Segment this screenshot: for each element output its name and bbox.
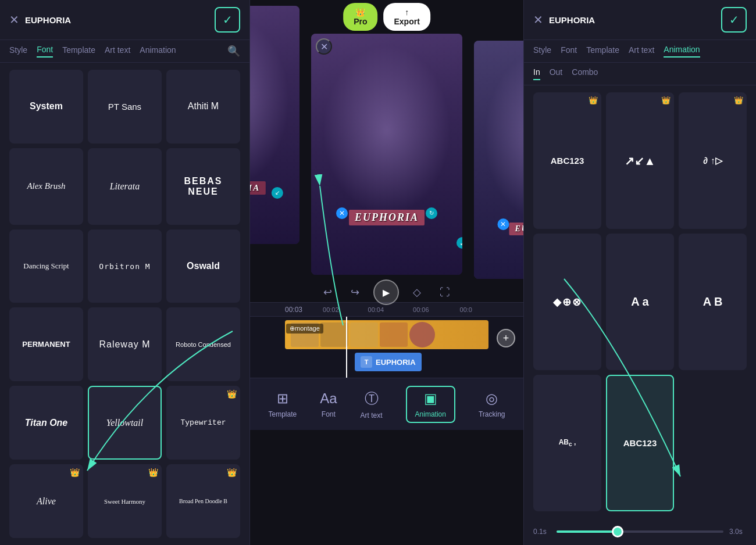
right-panel-close[interactable]: ✕ <box>533 13 543 27</box>
font-label-literata: Literata <box>110 181 140 192</box>
pro-button[interactable]: 👑 Pro <box>343 3 377 31</box>
font-label-yellowtail: Yellowtail <box>106 418 143 428</box>
font-item-oswald[interactable]: Oswald <box>166 230 240 303</box>
chip-label: EUPHORIA <box>376 358 416 367</box>
font-item-orbitron[interactable]: Orbitron M <box>88 230 162 303</box>
font-item-system[interactable]: System <box>9 70 83 144</box>
tab-combo[interactable]: Combo <box>572 67 598 80</box>
sweetharmony-crown-icon: 👑 <box>148 468 158 477</box>
left-panel-confirm[interactable]: ✓ <box>215 7 240 33</box>
fullscreen-btn[interactable]: ⛶ <box>435 284 455 301</box>
close-overlay-center[interactable]: ✕ <box>336 207 348 219</box>
chip-icon: T <box>361 356 372 368</box>
font-item-typewriter[interactable]: Typewriter 👑 <box>166 386 240 460</box>
toolbar-item-arttext[interactable]: Ⓣ Art text <box>361 389 383 419</box>
top-action-buttons: 👑 Pro ↑ Export <box>343 3 430 31</box>
font-item-broadpen[interactable]: Broad Pen Doodle B 👑 <box>166 464 240 538</box>
font-item-dancing[interactable]: Dancing Script <box>9 230 83 303</box>
tab-font[interactable]: Font <box>37 45 53 58</box>
anim-item-dots[interactable]: ◆⊕⊗ <box>533 234 601 370</box>
tab-style-left[interactable]: Style <box>9 45 27 57</box>
tracking-icon: ◎ <box>486 390 498 407</box>
left-panel-close[interactable]: ✕ <box>9 13 19 27</box>
font-item-alive[interactable]: Alive 👑 <box>9 464 83 538</box>
video-track-row: ⊕montage + <box>250 320 523 349</box>
tab-out[interactable]: Out <box>550 67 563 80</box>
playhead[interactable] <box>346 317 347 378</box>
anim-label-arrows1: ↗↙▲ <box>625 154 656 168</box>
font-item-permanent[interactable]: PERMANENT <box>9 307 83 381</box>
font-label-alexbrush: Alex Brush <box>27 181 65 191</box>
font-item-bebas[interactable]: BEBAS NEUE <box>166 148 240 225</box>
euphoria-chip[interactable]: T EUPHORIA <box>355 353 422 371</box>
font-item-ptsans[interactable]: PT Sans <box>88 70 162 144</box>
left-panel-header: ✕ EUPHORIA ✓ <box>0 0 249 40</box>
animation-grid: ABC123 👑 ↗↙▲ 👑 ∂ ↑▷ 👑 ◆⊕⊗ A a A B <box>524 85 756 518</box>
tab-template-right[interactable]: Template <box>586 45 619 57</box>
anim-item-letters-ab[interactable]: A B <box>679 234 747 370</box>
font-label-typewriter: Typewriter <box>180 418 226 427</box>
tab-animation-right[interactable]: Animation <box>664 45 700 58</box>
anim-label-letters-ab: A B <box>703 295 723 309</box>
rotate-handle-center[interactable]: ↻ <box>426 207 437 219</box>
anim-item-arrows1[interactable]: ↗↙▲ 👑 <box>606 92 674 229</box>
arttext-icon: Ⓣ <box>365 389 379 408</box>
close-overlay-right[interactable]: ✕ <box>497 218 509 230</box>
resize-handle-left[interactable]: ↙ <box>272 187 283 199</box>
font-item-literata[interactable]: Literata <box>88 148 162 225</box>
slider-thumb[interactable] <box>612 526 623 537</box>
left-panel: ✕ EUPHORIA ✓ Style Font Template Art tex… <box>0 0 250 545</box>
font-label-bebas: BEBAS NEUE <box>173 176 233 197</box>
tab-template-left[interactable]: Template <box>62 45 95 57</box>
tab-font-right[interactable]: Font <box>561 45 577 57</box>
font-item-alexbrush[interactable]: Alex Brush <box>9 148 83 225</box>
anim-item-letters-aa[interactable]: A a <box>606 234 674 370</box>
tab-arttext-right[interactable]: Art text <box>629 45 654 57</box>
font-label-roboto: Roboto Condensed <box>176 341 231 348</box>
broadpen-crown-icon: 👑 <box>227 468 237 477</box>
slider-track[interactable] <box>557 530 723 533</box>
font-item-yellowtail[interactable]: Yellowtail <box>88 386 162 460</box>
right-panel-tabs: Style Font Template Art text Animation <box>524 40 756 63</box>
close-x-center[interactable]: ✕ <box>316 38 332 55</box>
toolbar-item-template[interactable]: ⊞ Template <box>268 390 297 418</box>
font-item-titan[interactable]: Titan One <box>9 386 83 460</box>
tab-in[interactable]: In <box>533 67 540 80</box>
undo-btn[interactable]: ↩ <box>319 284 337 301</box>
strip-seg-3 <box>350 322 378 347</box>
play-btn-center[interactable]: ▶ <box>373 279 399 305</box>
add-track-btn[interactable]: + <box>497 329 515 347</box>
font-item-roboto[interactable]: Roboto Condensed <box>166 307 240 381</box>
anim-item-arrows2[interactable]: ∂ ↑▷ 👑 <box>679 92 747 229</box>
app-container: ✕ EUPHORIA ✓ Style Font Template Art tex… <box>0 0 756 545</box>
font-item-raleway[interactable]: Raleway M <box>88 307 162 381</box>
toolbar-item-tracking[interactable]: ◎ Tracking <box>479 390 505 418</box>
tab-animation-left[interactable]: Animation <box>140 45 176 57</box>
font-item-athiti[interactable]: Athiti M <box>166 70 240 144</box>
anim-item-abc123-selected[interactable]: ABC123 <box>606 375 674 511</box>
right-panel-confirm[interactable]: ✓ <box>721 7 747 33</box>
export-button[interactable]: ↑ Export <box>384 3 430 31</box>
bottom-toolbar: ⊞ Template Aa Font Ⓣ Art text ▣ Animatio… <box>250 378 523 430</box>
anim-item-abc123-1[interactable]: ABC123 👑 <box>533 92 601 229</box>
tracking-label: Tracking <box>479 410 505 418</box>
anim-label-abc123-selected: ABC123 <box>623 438 657 448</box>
anim-item-abc-small[interactable]: ABc , <box>533 375 601 511</box>
animation-label: Animation <box>415 410 446 418</box>
font-label-system: System <box>30 101 63 112</box>
diamond-btn[interactable]: ◇ <box>408 284 426 301</box>
toolbar-item-font[interactable]: Aa Font <box>320 390 337 418</box>
slider-fill <box>557 530 615 533</box>
tab-style-right[interactable]: Style <box>533 45 551 57</box>
search-icon[interactable]: 🔍 <box>227 45 240 58</box>
redo-btn[interactable]: ↪ <box>346 284 364 301</box>
font-item-sweetharmony[interactable]: Sweet Harmony 👑 <box>88 464 162 538</box>
anim-crown-2: 👑 <box>661 96 671 105</box>
font-label-broadpen: Broad Pen Doodle B <box>179 498 227 504</box>
font-label-permanent: PERMANENT <box>22 340 70 349</box>
tab-arttext-left[interactable]: Art text <box>105 45 130 57</box>
font-label-alive: Alive <box>37 496 56 507</box>
toolbar-item-animation[interactable]: ▣ Animation <box>406 386 455 423</box>
font-label-sweetharmony: Sweet Harmony <box>104 498 145 505</box>
video-card-center: 👑 Pro ↑ Export ✕ ✕ EUPHORIA ↻ ↙ <box>311 6 462 305</box>
